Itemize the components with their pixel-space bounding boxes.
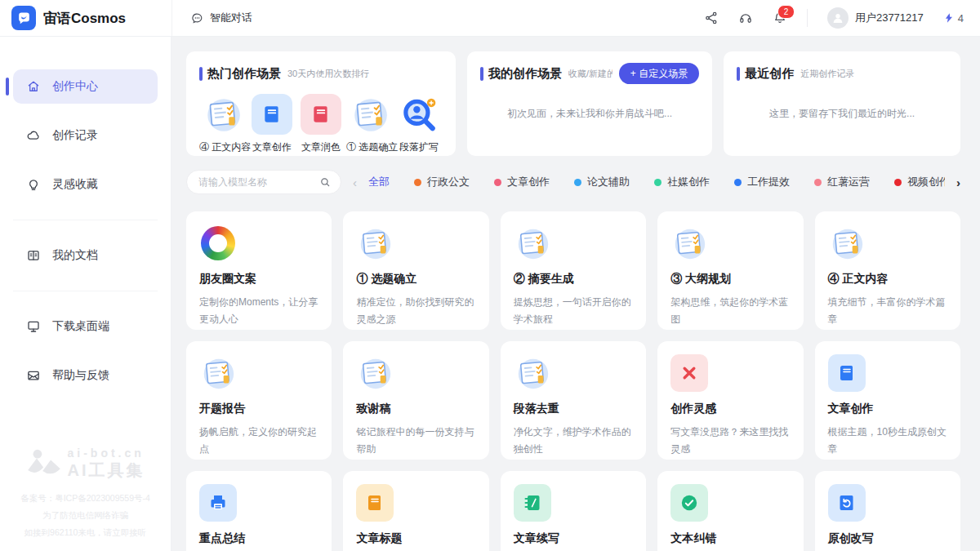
sidebar-item-cloud[interactable]: 创作记录 <box>13 118 158 153</box>
sidebar-item-docs[interactable]: 我的文档 <box>13 238 158 273</box>
cross-icon <box>670 354 708 392</box>
recent-empty-text: 这里，要留存下我们最近的时光... <box>737 84 947 143</box>
category-dot-icon <box>654 179 662 186</box>
search-icon[interactable] <box>319 176 331 188</box>
notebook-icon <box>514 484 551 522</box>
scene-card-desc: 写文章没思路？来这里找找灵感 <box>670 424 790 458</box>
tabs-scroll-right-icon[interactable]: › <box>956 176 960 189</box>
lightning-bolt-icon <box>943 12 955 24</box>
scene-card[interactable]: 原创改写主题不变，智能改写文章 <box>815 471 960 551</box>
category-tab[interactable]: 文章创作 <box>494 170 550 194</box>
scene-card-title: 文章创作 <box>828 402 947 416</box>
category-tab[interactable]: 论文辅助 <box>574 170 630 194</box>
my-scenes-panel: 我的创作场景 收藏/新建的创作场景 + 自定义场景 初次见面，未来让我和你并肩战… <box>467 51 712 156</box>
sidebar-item-label: 创作记录 <box>52 128 98 143</box>
hot-scene-item[interactable]: ④ 正文内容 <box>199 94 247 154</box>
category-dot-icon <box>574 179 581 186</box>
scene-card-desc: 提炼思想，一句话开启你的学术旅程 <box>514 294 633 328</box>
category-tab[interactable]: 工作提效 <box>734 170 790 194</box>
sidebar-item-label: 创作中心 <box>52 79 98 94</box>
scene-card[interactable]: 文章标题根据主题及文章内容，生成媒 <box>343 471 488 551</box>
book-icon <box>356 484 394 522</box>
scene-card-title: 朋友圈文案 <box>199 272 318 287</box>
share-icon[interactable] <box>704 11 719 25</box>
sidebar-item-label: 灵感收藏 <box>52 177 98 192</box>
doc-illu-icon <box>514 354 551 392</box>
doc-illu-icon <box>356 354 394 392</box>
scene-card[interactable]: 朋友圈文案定制你的Moments，让分享更动人心 <box>186 211 332 330</box>
scene-card-desc: 架构思维，筑起你的学术蓝图 <box>670 294 790 328</box>
scene-card-desc: 填充细节，丰富你的学术篇章 <box>828 294 947 328</box>
scene-card-title: 文章续写 <box>514 531 633 546</box>
scene-card[interactable]: 段落去重净化文字，维护学术作品的独创性 <box>501 341 646 460</box>
sidebar-item-label: 下载桌面端 <box>52 319 109 334</box>
scene-card-title: 开题报告 <box>199 402 318 416</box>
category-tab-label: 视频创作 <box>907 175 945 189</box>
my-panel-subtitle: 收藏/新建的创作场景 <box>568 68 612 80</box>
app-logo-icon <box>11 6 36 30</box>
scene-card[interactable]: 开题报告扬帆启航，定义你的研究起点 <box>186 341 332 460</box>
my-scenes-empty-text: 初次见面，未来让我和你并肩战斗吧... <box>480 84 699 143</box>
scene-card[interactable]: 致谢稿铭记旅程中的每一份支持与帮助 <box>343 341 488 460</box>
docs-icon <box>26 248 41 263</box>
scene-card-title: ① 选题确立 <box>356 272 475 287</box>
category-dot-icon <box>894 179 902 186</box>
hot-scene-item[interactable]: 段落扩写 <box>395 94 443 154</box>
energy-counter[interactable]: 4 <box>943 12 964 24</box>
nav-smart-chat-label: 智能对话 <box>210 11 252 25</box>
category-tab[interactable]: 红薯运营 <box>814 170 870 194</box>
sidebar-item-label: 我的文档 <box>52 248 98 263</box>
nav-smart-chat[interactable]: 智能对话 <box>190 11 252 25</box>
scene-card[interactable]: ② 摘要生成提炼思想，一句话开启你的学术旅程 <box>501 211 646 330</box>
sidebar-item-mail[interactable]: 帮助与反馈 <box>13 358 158 393</box>
doc-illu-icon <box>670 224 708 262</box>
category-tab-label: 论文辅助 <box>587 175 630 189</box>
hot-scene-label: 文章润色 <box>297 140 345 154</box>
footer-legal: 备案号：粤ICP备2023009559号-4 为了防范电信网络诈骗 如接到962… <box>0 490 171 541</box>
brand[interactable]: 宙语Cosmos <box>0 0 172 36</box>
tabs-scroll-left-icon[interactable]: ‹ <box>353 176 357 189</box>
doc-illu-icon <box>203 94 243 135</box>
scene-card-title: 重点总结 <box>199 531 318 546</box>
scene-card-desc: 精准定位，助你找到研究的灵感之源 <box>356 294 475 328</box>
category-tab-label: 全部 <box>368 175 390 189</box>
sidebar-item-monitor[interactable]: 下载桌面端 <box>13 309 158 344</box>
scene-card[interactable]: ① 选题确立精准定位，助你找到研究的灵感之源 <box>343 211 488 330</box>
sidebar-item-home[interactable]: 创作中心 <box>13 69 158 104</box>
custom-scene-button[interactable]: + 自定义场景 <box>619 63 699 84</box>
hot-scene-item[interactable]: 文章润色 <box>297 94 345 154</box>
scene-card[interactable]: 创作灵感写文章没思路？来这里找找灵感 <box>657 341 803 460</box>
scene-card[interactable]: ③ 大纲规划架构思维，筑起你的学术蓝图 <box>657 211 803 330</box>
scene-card[interactable]: 文本纠错智能修正错别字，纠正语法 <box>657 471 803 551</box>
hot-scene-label: 段落扩写 <box>395 140 443 154</box>
model-search <box>186 170 341 194</box>
category-tab[interactable]: 社媒创作 <box>654 170 710 194</box>
scene-card[interactable]: ④ 正文内容填充细节，丰富你的学术篇章 <box>815 211 960 330</box>
book-icon <box>301 94 341 135</box>
category-tab[interactable]: 行政公文 <box>414 170 470 194</box>
hot-scene-item[interactable]: ① 选题确立 <box>346 94 394 154</box>
recent-panel-title: 最近创作 <box>737 66 794 82</box>
category-tab[interactable]: 视频创作 <box>894 170 945 194</box>
doc-illu-icon <box>199 354 237 392</box>
scene-card[interactable]: 文章创作根据主题，10秒生成原创文章 <box>815 341 960 460</box>
main-content: 热门创作场景 30天内使用次数排行 ④ 正文内容文章创作文章润色① 选题确立段落… <box>172 37 980 551</box>
category-tab[interactable]: 全部 <box>368 170 390 194</box>
scene-card-title: 创作灵感 <box>670 402 790 416</box>
app-window: 宙语Cosmos 智能对话 2 用户237 <box>0 0 980 551</box>
scene-card-desc: 根据主题，10秒生成原创文章 <box>828 424 947 458</box>
home-icon <box>26 79 41 94</box>
hot-scene-item[interactable]: 文章创作 <box>248 94 296 154</box>
notifications-bell-icon[interactable]: 2 <box>773 11 787 25</box>
hot-items: ④ 正文内容文章创作文章润色① 选题确立段落扩写 <box>199 94 443 154</box>
scene-card[interactable]: 重点总结文章重点内容总结 <box>186 471 332 551</box>
header-nav: 智能对话 <box>172 0 704 36</box>
ai-bot-logo-icon <box>26 448 62 481</box>
user-menu[interactable]: 用户23771217 <box>827 7 924 29</box>
hot-scene-label: 文章创作 <box>248 140 296 154</box>
scene-card[interactable]: 文章续写延续风格续写文章 <box>501 471 646 551</box>
search-input[interactable] <box>197 176 313 189</box>
recent-panel-subtitle: 近期创作记录 <box>800 68 854 80</box>
headset-icon[interactable] <box>738 11 753 25</box>
sidebar-item-bulb[interactable]: 灵感收藏 <box>13 167 158 202</box>
